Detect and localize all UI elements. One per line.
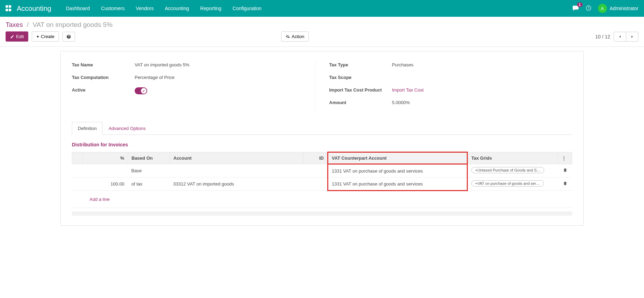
table-row[interactable]: 100.00 of tax 33312 VAT on imported good… <box>72 177 572 191</box>
cell-vat-counterpart: 1331 VAT on purchase of goods and servic… <box>328 177 467 191</box>
value-tax-name: VAT on imported goods 5% <box>135 61 305 70</box>
cell-pct: 100.00 <box>83 177 128 191</box>
breadcrumb-current: VAT on imported goods 5% <box>32 21 112 28</box>
pager: 10 / 12 <box>595 32 638 42</box>
menu-customers[interactable]: Customers <box>96 3 129 13</box>
add-line-button[interactable]: Add a line <box>76 194 124 205</box>
action-button[interactable]: Action <box>281 31 309 42</box>
label-tax-computation: Tax Computation <box>72 74 135 82</box>
label-amount: Amount <box>329 99 392 107</box>
col-options-icon[interactable]: ⋮ <box>558 152 572 164</box>
menu-vendors[interactable]: Vendors <box>131 3 158 13</box>
control-bar: Taxes / VAT on imported goods 5% Edit + … <box>0 17 644 47</box>
tax-grid-chip[interactable]: +Untaxed Purchase of Goods and S… <box>471 167 544 173</box>
clock-icon[interactable] <box>585 5 592 12</box>
breadcrumb: Taxes / VAT on imported goods 5% <box>6 21 638 29</box>
col-account: Account <box>170 152 304 164</box>
cell-account: 33312 VAT on imported goods <box>170 177 304 191</box>
action-label: Action <box>292 34 304 39</box>
user-name: Administrator <box>610 6 638 11</box>
avatar: A <box>598 4 607 13</box>
cell-id <box>304 177 328 191</box>
form-sheet: Tax Name VAT on imported goods 5% Tax Co… <box>60 51 584 226</box>
active-toggle[interactable] <box>135 87 147 94</box>
breadcrumb-sep: / <box>27 21 29 28</box>
col-vat-counterpart: VAT Counterpart Account <box>328 152 467 164</box>
cell-based-on: of tax <box>128 177 170 191</box>
menu-dashboard[interactable]: Dashboard <box>61 3 95 13</box>
cell-pct <box>83 164 128 177</box>
label-tax-scope: Tax Scope <box>329 74 392 82</box>
pager-sep: / <box>602 34 604 39</box>
pager-prev-button[interactable] <box>614 32 626 42</box>
value-import-product[interactable]: Import Tax Cost <box>392 86 562 95</box>
brand-title: Accounting <box>17 5 51 13</box>
top-navbar: Accounting Dashboard Customers Vendors A… <box>0 0 644 17</box>
tab-definition[interactable]: Definition <box>72 122 103 135</box>
value-amount: 5.0000% <box>392 99 562 107</box>
menu-accounting[interactable]: Accounting <box>160 3 194 13</box>
breadcrumb-root[interactable]: Taxes <box>6 21 23 28</box>
tabs: Definition Advanced Options <box>72 122 572 135</box>
trash-icon[interactable] <box>563 182 568 187</box>
col-id: ID <box>304 152 328 164</box>
col-based-on: Based On <box>128 152 170 164</box>
menu-reporting[interactable]: Reporting <box>195 3 226 13</box>
chat-badge: 1 <box>577 2 583 7</box>
sheet-footer-bar <box>72 211 572 216</box>
label-tax-name: Tax Name <box>72 61 135 70</box>
distribution-table: % Based On Account ID VAT Counterpart Ac… <box>72 152 572 208</box>
col-handle <box>72 152 83 164</box>
pager-pos: 10 <box>595 34 601 39</box>
trash-icon[interactable] <box>563 168 568 174</box>
chat-icon[interactable]: 1 <box>572 5 579 12</box>
topbar-right: 1 A Administrator <box>572 4 638 13</box>
cell-vat-counterpart: 1331 VAT on purchase of goods and servic… <box>328 164 467 177</box>
user-menu[interactable]: A Administrator <box>598 4 638 13</box>
value-tax-scope <box>392 74 562 82</box>
cell-account <box>170 164 304 177</box>
cell-id <box>304 164 328 177</box>
value-tax-type: Purchases <box>392 61 562 70</box>
menu-configuration[interactable]: Configuration <box>228 3 267 13</box>
label-tax-type: Tax Type <box>329 61 392 70</box>
col-tax-grids: Tax Grids <box>467 152 558 164</box>
tab-advanced-options[interactable]: Advanced Options <box>103 122 151 135</box>
value-tax-computation: Percentage of Price <box>135 74 305 82</box>
col-percent: % <box>83 152 128 164</box>
tax-grid-chip[interactable]: +VAT on purchase of goods and ser… <box>471 180 544 187</box>
pager-total: 12 <box>605 34 610 39</box>
main-menu: Dashboard Customers Vendors Accounting R… <box>61 3 572 13</box>
label-import-product: Import Tax Cost Product <box>329 86 392 95</box>
section-title-distribution: Distribution for Invoices <box>72 142 572 147</box>
label-active: Active <box>72 86 135 95</box>
cell-based-on: Base <box>128 164 170 177</box>
pager-next-button[interactable] <box>626 32 638 42</box>
table-row[interactable]: Base 1331 VAT on purchase of goods and s… <box>72 164 572 177</box>
apps-icon[interactable] <box>6 5 12 12</box>
